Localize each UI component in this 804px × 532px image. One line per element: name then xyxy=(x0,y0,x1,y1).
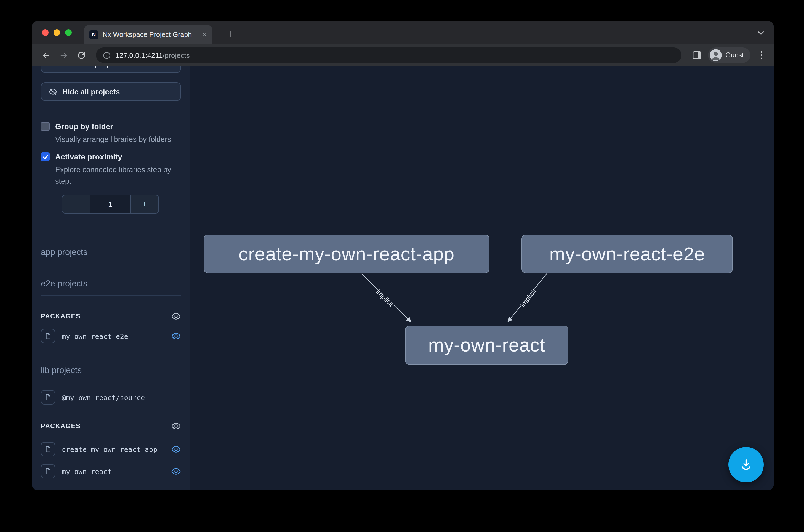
url-host: 127.0.0.1:4211 xyxy=(115,51,163,59)
e2e-packages-label: PACKAGES xyxy=(41,312,80,320)
project-row-my-own-react-e2e[interactable]: my-own-react-e2e xyxy=(41,329,181,343)
hide-all-projects-label: Hide all projects xyxy=(62,88,120,96)
group-by-folder-label[interactable]: Group by folder xyxy=(55,121,173,131)
proximity-increment-button[interactable]: + xyxy=(131,195,158,213)
page-content: Show all projects Hide all projects Grou… xyxy=(32,66,774,490)
activate-proximity-description: Explore connected libraries step by step… xyxy=(55,164,181,187)
new-tab-button[interactable]: + xyxy=(223,26,238,42)
side-panel-icon[interactable] xyxy=(691,50,702,61)
graph-node-my-own-react-e2e[interactable]: my-own-react-e2e xyxy=(521,234,733,273)
project-file-icon xyxy=(41,390,55,404)
project-row-create-my-own-react-app[interactable]: create-my-own-react-app xyxy=(41,442,181,456)
url-path: /projects xyxy=(163,51,190,59)
graph-edges: implicit implicit xyxy=(190,66,774,490)
project-eye-icon[interactable] xyxy=(171,444,181,454)
download-graph-button[interactable] xyxy=(728,447,764,482)
e2e-packages-header: PACKAGES xyxy=(41,311,181,321)
traffic-lights xyxy=(42,29,72,36)
proximity-decrement-button[interactable]: − xyxy=(62,195,90,213)
group-by-folder-option: Group by folder Visually arrange librari… xyxy=(41,121,181,145)
show-all-projects-label: Show all projects xyxy=(62,66,123,68)
tabstrip-chevron-icon[interactable] xyxy=(756,28,766,38)
url-text: 127.0.0.1:4211/projects xyxy=(115,51,190,59)
project-eye-icon[interactable] xyxy=(171,331,181,341)
desktop-background: N Nx Workspace Project Graph × + xyxy=(0,0,804,532)
project-name: my-own-react-e2e xyxy=(62,332,171,340)
sidebar-divider xyxy=(32,228,190,228)
group-by-folder-checkbox[interactable] xyxy=(41,122,50,131)
lib-packages-eye-icon[interactable] xyxy=(171,421,181,431)
edge-label: implicit xyxy=(375,287,395,308)
close-window-button[interactable] xyxy=(42,29,49,36)
tab-close-icon[interactable]: × xyxy=(202,30,207,39)
lib-packages-header: PACKAGES xyxy=(41,421,181,431)
project-name: my-own-react xyxy=(62,467,171,475)
browser-toolbar: 127.0.0.1:4211/projects Guest xyxy=(32,44,774,66)
nx-logo-icon: N xyxy=(90,30,98,39)
edge-label: implicit xyxy=(519,287,538,308)
project-file-icon xyxy=(41,442,55,456)
project-name: @my-own-react/source xyxy=(62,393,181,401)
project-name: create-my-own-react-app xyxy=(62,445,171,453)
browser-tab[interactable]: N Nx Workspace Project Graph × xyxy=(84,25,212,44)
lib-packages-label: PACKAGES xyxy=(41,422,80,430)
graph-node-create-my-own-react-app[interactable]: create-my-own-react-app xyxy=(204,234,490,273)
back-button[interactable] xyxy=(39,48,53,62)
forward-button[interactable] xyxy=(56,48,71,62)
project-graph-canvas[interactable]: implicit implicit create-my-own-react-ap… xyxy=(190,66,774,490)
tab-strip: N Nx Workspace Project Graph × + xyxy=(32,21,774,44)
activate-proximity-label[interactable]: Activate proximity xyxy=(55,152,181,162)
project-row-my-own-react-source[interactable]: @my-own-react/source xyxy=(41,390,181,404)
reload-button[interactable] xyxy=(74,48,88,62)
activate-proximity-option: Activate proximity Explore connected lib… xyxy=(41,152,181,187)
avatar xyxy=(709,49,722,61)
hide-all-projects-button[interactable]: Hide all projects xyxy=(41,82,181,101)
graph-node-my-own-react[interactable]: my-own-react xyxy=(405,326,568,365)
section-lib-projects: lib projects xyxy=(41,365,181,382)
project-row-my-own-react[interactable]: my-own-react xyxy=(41,464,181,478)
minimize-window-button[interactable] xyxy=(54,29,60,36)
browser-window: N Nx Workspace Project Graph × + xyxy=(32,21,774,490)
proximity-value[interactable]: 1 xyxy=(90,195,131,213)
download-icon xyxy=(739,457,753,472)
sidebar: Show all projects Hide all projects Grou… xyxy=(32,66,190,490)
site-info-icon[interactable] xyxy=(103,51,111,59)
guest-label: Guest xyxy=(725,51,744,59)
tab-title: Nx Workspace Project Graph xyxy=(103,31,197,38)
section-e2e-projects: e2e projects xyxy=(41,279,181,296)
address-bar[interactable]: 127.0.0.1:4211/projects xyxy=(96,48,681,63)
project-eye-icon[interactable] xyxy=(171,466,181,476)
activate-proximity-checkbox[interactable] xyxy=(41,152,50,161)
eye-off-icon xyxy=(49,87,57,96)
zoom-window-button[interactable] xyxy=(65,29,72,36)
proximity-stepper: − 1 + xyxy=(62,195,159,213)
project-file-icon xyxy=(41,329,55,343)
browser-menu-icon[interactable] xyxy=(756,50,767,61)
project-file-icon xyxy=(41,464,55,478)
show-all-projects-button[interactable]: Show all projects xyxy=(41,66,181,73)
section-app-projects: app projects xyxy=(41,247,181,264)
profile-guest-button[interactable]: Guest xyxy=(708,48,750,63)
group-by-folder-description: Visually arrange libraries by folders. xyxy=(55,134,173,145)
e2e-packages-eye-icon[interactable] xyxy=(171,311,181,321)
